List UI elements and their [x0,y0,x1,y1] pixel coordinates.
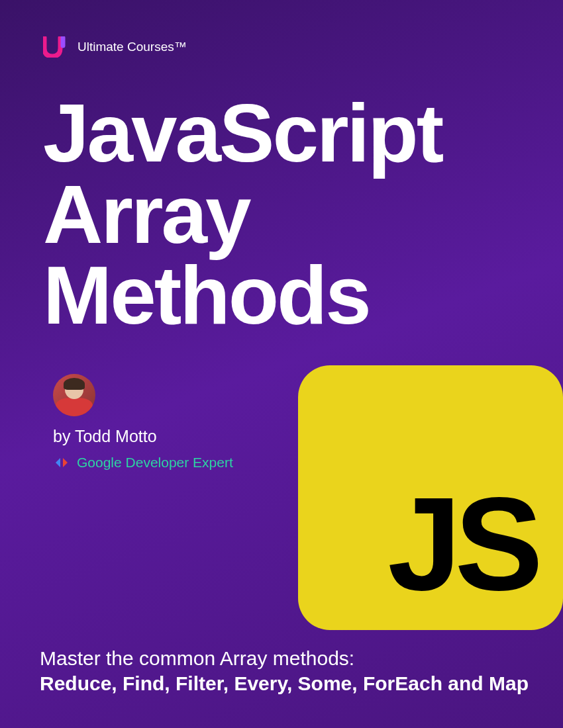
footer-intro: Master the common Array methods: [40,647,529,670]
credential-text: Google Developer Expert [77,455,233,471]
developer-expert-icon [53,454,70,471]
javascript-badge: JS [298,365,563,630]
brand-header: Ultimate Courses™ [43,36,187,58]
brand-logo-icon [43,36,68,58]
author-credential: Google Developer Expert [53,454,233,471]
brand-name: Ultimate Courses™ [77,40,187,54]
main-title: JavaScript Array Methods [43,93,442,336]
author-byline: by Todd Motto [53,427,233,446]
javascript-badge-label: JS [387,478,537,610]
footer-tagline: Master the common Array methods: Reduce,… [40,647,529,695]
title-line-1: JavaScript [43,93,442,174]
author-block: by Todd Motto Google Developer Expert [53,374,233,471]
footer-methods-list: Reduce, Find, Filter, Every, Some, ForEa… [40,672,529,695]
title-line-3: Methods [43,255,442,336]
author-avatar [53,374,95,416]
title-line-2: Array [43,174,442,255]
